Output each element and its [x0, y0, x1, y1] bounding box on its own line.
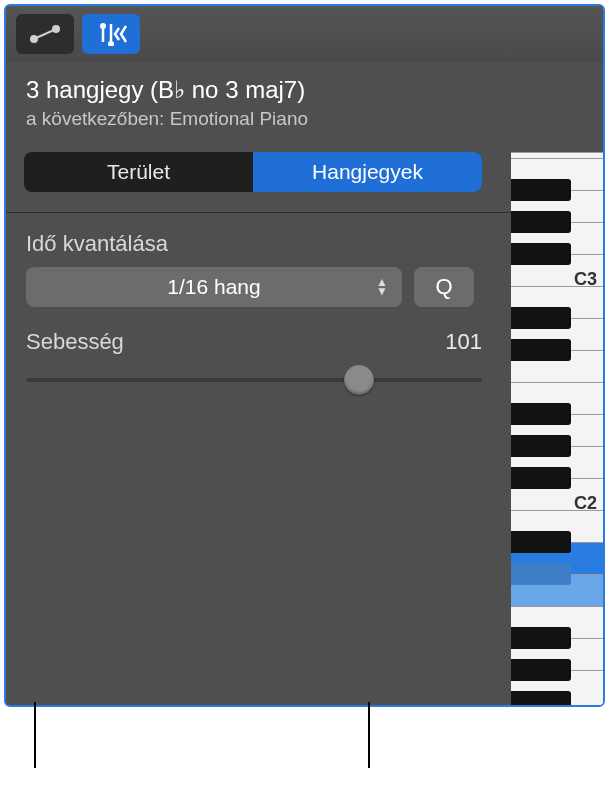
piano-keyboard[interactable]: C3 C2: [511, 152, 603, 707]
slider-thumb[interactable]: [344, 365, 374, 395]
black-key[interactable]: [511, 307, 571, 329]
automation-icon: [28, 23, 62, 45]
octave-label-c2: C2: [574, 493, 597, 514]
midi-in-icon: [91, 22, 131, 46]
quantize-button[interactable]: Q: [414, 267, 474, 307]
tab-region[interactable]: Terület: [24, 152, 253, 192]
quantize-row: 1/16 hang ▲▼ Q: [26, 267, 583, 307]
selection-subtitle: a következőben: Emotional Piano: [26, 108, 583, 130]
black-key-highlight[interactable]: [511, 563, 571, 585]
inspector-panel: 3 hangjegy (B♭ no 3 maj7) a következőben…: [4, 4, 605, 707]
black-key[interactable]: [511, 403, 571, 425]
svg-point-1: [52, 25, 60, 33]
quantize-value: 1/16 hang: [167, 275, 260, 299]
svg-point-6: [108, 41, 114, 46]
black-key[interactable]: [511, 339, 571, 361]
callout-line-right: [368, 702, 370, 768]
black-key[interactable]: [511, 659, 571, 681]
slider-track: [26, 378, 482, 382]
svg-line-2: [36, 30, 54, 38]
midi-in-button[interactable]: [82, 14, 140, 54]
black-key[interactable]: [511, 179, 571, 201]
velocity-slider[interactable]: [26, 363, 482, 397]
selection-title: 3 hangjegy (B♭ no 3 maj7): [26, 76, 583, 104]
toolbar: [6, 6, 603, 62]
black-key[interactable]: [511, 691, 571, 707]
black-key[interactable]: [511, 435, 571, 457]
quantize-select[interactable]: 1/16 hang ▲▼: [26, 267, 402, 307]
black-key[interactable]: [511, 211, 571, 233]
quantize-label: Idő kvantálása: [26, 231, 583, 257]
velocity-row: Sebesség 101: [26, 329, 482, 355]
svg-point-0: [30, 35, 38, 43]
chevron-up-down-icon: ▲▼: [376, 278, 388, 296]
header: 3 hangjegy (B♭ no 3 maj7) a következőben…: [6, 62, 603, 144]
callout-line-left: [34, 702, 36, 768]
black-key[interactable]: [511, 467, 571, 489]
velocity-value: 101: [445, 329, 482, 355]
segmented-control: Terület Hangjegyek: [24, 152, 482, 192]
automation-button[interactable]: [16, 14, 74, 54]
black-key[interactable]: [511, 243, 571, 265]
black-key[interactable]: [511, 627, 571, 649]
svg-point-4: [100, 23, 106, 29]
black-key[interactable]: [511, 531, 571, 553]
octave-label-c3: C3: [574, 269, 597, 290]
velocity-label: Sebesség: [26, 329, 124, 355]
tab-notes[interactable]: Hangjegyek: [253, 152, 482, 192]
